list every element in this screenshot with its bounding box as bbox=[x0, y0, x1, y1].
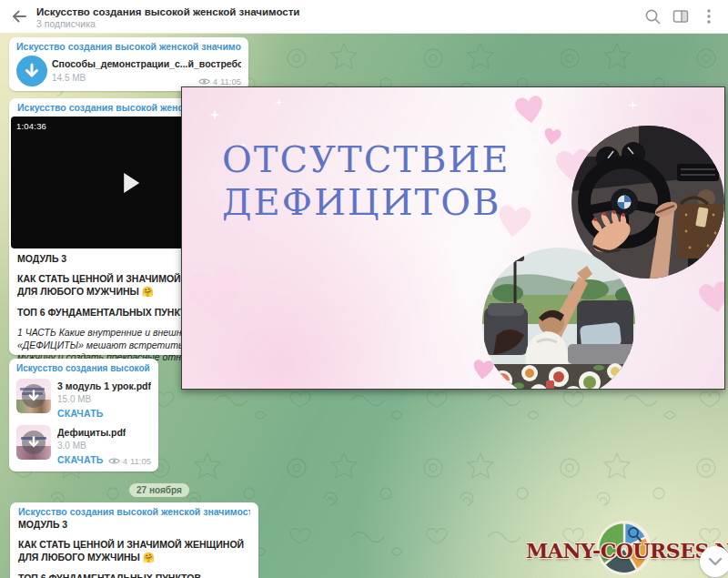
header-actions bbox=[642, 6, 728, 26]
slide-title-line2: ДЕФИЦИТОВ bbox=[222, 181, 510, 224]
download-file-button[interactable] bbox=[16, 56, 47, 86]
globe-logo-icon bbox=[595, 519, 653, 577]
more-menu-button[interactable] bbox=[699, 6, 719, 26]
video-duration: 1:04:36 bbox=[16, 121, 46, 131]
file-size: 3.0 MB bbox=[57, 441, 126, 451]
eye-icon bbox=[198, 77, 210, 86]
sparkle-decoration bbox=[209, 109, 220, 120]
message-meta: 4 11:05 bbox=[198, 76, 241, 86]
file-name[interactable]: Дефициты.pdf bbox=[57, 427, 126, 438]
date-separator[interactable]: 27 ноября bbox=[129, 483, 189, 497]
message-document: Искусство создания высокой женской значи… bbox=[9, 37, 248, 91]
views-count: 4 bbox=[123, 456, 127, 466]
views-count: 4 bbox=[213, 76, 217, 86]
download-overlay-icon[interactable] bbox=[22, 384, 46, 408]
file-size: 15.0 MB bbox=[57, 394, 151, 404]
eye-icon bbox=[108, 457, 120, 465]
back-button[interactable] bbox=[0, 0, 36, 33]
heart-decoration bbox=[513, 95, 546, 125]
arrow-left-icon bbox=[7, 5, 29, 27]
channel-name-link[interactable]: Искусство создания высокой женской значи… bbox=[18, 506, 250, 518]
breakfast-photo-art bbox=[482, 248, 635, 390]
scroll-down-button[interactable] bbox=[700, 546, 728, 577]
channel-name-link[interactable]: Искусство создания высокой женской значи… bbox=[16, 41, 241, 53]
text-module: МОДУЛЬ 3 bbox=[18, 518, 250, 531]
channel-name-link[interactable]: Искусство создания высокой женск... bbox=[16, 362, 151, 374]
text-top-list: ТОП 6 ФУНДАМЕНТАЛЬНЫХ ПУНКТОВ bbox=[18, 572, 250, 578]
message-meta: 4 11:05 bbox=[108, 456, 151, 466]
file-name[interactable]: 3 модуль 1 урок.pdf bbox=[57, 380, 151, 391]
sparkle-decoration bbox=[628, 100, 638, 110]
play-icon[interactable] bbox=[124, 173, 139, 193]
media-viewer-image[interactable]: ОТСУТСТВИЕ ДЕФИЦИТОВ bbox=[181, 86, 725, 390]
search-icon bbox=[643, 7, 662, 25]
telegram-channel-view: Искусство создания высокой женской значи… bbox=[0, 0, 728, 578]
sparkle-decoration bbox=[275, 98, 283, 106]
columns-icon bbox=[672, 7, 690, 25]
pdf-thumbnail[interactable] bbox=[16, 379, 51, 413]
toggle-sidebar-button[interactable] bbox=[671, 6, 691, 26]
chat-subscribers: 3 подписчика bbox=[36, 18, 642, 29]
chat-title: Искусство создания высокой женской значи… bbox=[36, 6, 642, 18]
slide-title-line1: ОТСУТСТВИЕ bbox=[222, 138, 510, 181]
photo-terrace-breakfast bbox=[482, 248, 635, 390]
chat-header-info[interactable]: Искусство создания высокой женской значи… bbox=[36, 5, 642, 29]
message-files: Искусство создания высокой женск... 3 мо… bbox=[9, 359, 158, 472]
chat-header: Искусство создания высокой женской значи… bbox=[0, 0, 728, 34]
slide-title: ОТСУТСТВИЕ ДЕФИЦИТОВ bbox=[222, 138, 510, 224]
message-time: 11:05 bbox=[130, 456, 151, 466]
document-file-name[interactable]: Способы_демонстрации_с...й_востребованно… bbox=[52, 58, 241, 69]
download-link[interactable]: СКАЧАТЬ bbox=[57, 454, 104, 465]
heart-decoration bbox=[184, 266, 249, 326]
text-headline: КАК СТАТЬ ЦЕННОЙ И ЗНАЧИМОЙ ЖЕНЩИНОЙ ДЛЯ… bbox=[18, 538, 250, 563]
watermark-text: MANY-COURSES.NET bbox=[526, 539, 721, 563]
heart-decoration bbox=[697, 280, 725, 314]
search-button[interactable] bbox=[642, 6, 662, 26]
heart-decoration bbox=[542, 127, 562, 146]
pdf-thumbnail[interactable] bbox=[16, 425, 51, 460]
message-time: 11:05 bbox=[220, 76, 241, 86]
chevron-down-icon bbox=[707, 556, 723, 567]
file-row: 3 модуль 1 урок.pdf 15.0 MB СКАЧАТЬ bbox=[16, 379, 151, 421]
download-arrow-icon bbox=[28, 436, 39, 449]
kebab-menu-icon bbox=[706, 7, 712, 25]
download-overlay-icon[interactable] bbox=[22, 431, 46, 454]
download-arrow-icon bbox=[28, 390, 39, 402]
message-text: Искусство создания высокой женской значи… bbox=[10, 502, 258, 578]
download-arrow-icon bbox=[25, 63, 39, 79]
watermark: MANY-COURSES.NET bbox=[519, 515, 728, 575]
download-link[interactable]: СКАЧАТЬ bbox=[57, 408, 104, 419]
file-info: 3 модуль 1 урок.pdf 15.0 MB СКАЧАТЬ bbox=[57, 379, 151, 421]
